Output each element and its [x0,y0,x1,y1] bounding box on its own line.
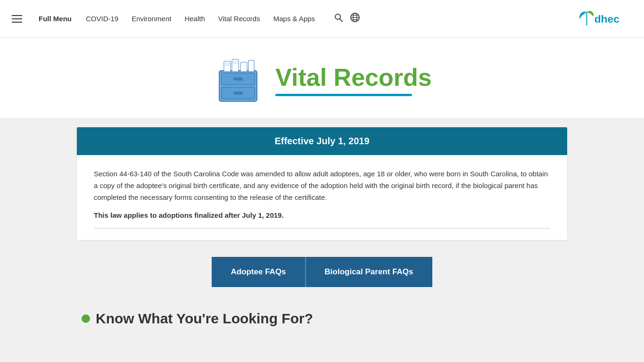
dhec-logo[interactable]: dhec [573,5,635,33]
nav-link-vital-records[interactable]: Vital Records [218,15,260,23]
svg-rect-19 [248,60,254,72]
info-box: Effective July 1, 2019 Section 44-63-140… [77,127,567,240]
content-area: Effective July 1, 2019 Section 44-63-140… [0,118,644,346]
svg-rect-18 [240,62,247,72]
nav-link-covid19[interactable]: COVID-19 [86,15,118,23]
know-dot-icon [82,314,90,323]
main-nav: Full Menu COVID-19 Environment Health Vi… [0,0,644,38]
svg-rect-15 [233,91,243,95]
title-underline [275,94,412,96]
nav-link-health[interactable]: Health [184,15,205,23]
nav-link-environment[interactable]: Environment [132,15,171,23]
hamburger-menu[interactable] [9,13,25,25]
svg-text:dhec: dhec [594,12,619,25]
svg-rect-13 [233,77,243,81]
svg-rect-16 [224,61,231,72]
info-box-bold-text: This law applies to adoptions finalized … [94,210,550,222]
nav-links: COVID-19 Environment Health Vital Record… [86,15,315,23]
search-icon [334,13,343,22]
faq-buttons-container: Adoptee FAQs Biological Parent FAQs [77,257,567,287]
info-box-header: Effective July 1, 2019 [77,127,567,155]
adoptee-faqs-button[interactable]: Adoptee FAQs [212,257,305,287]
biological-parent-faqs-button[interactable]: Biological Parent FAQs [306,257,432,287]
nav-icons [334,12,360,25]
info-box-divider [94,228,550,229]
info-box-text: Section 44-63-140 of the South Carolina … [94,168,550,203]
know-section-title: Know What You're Looking For? [82,311,562,327]
nav-link-maps-apps[interactable]: Maps & Apps [273,15,315,23]
svg-line-1 [340,19,343,22]
svg-rect-17 [232,59,239,72]
globe-icon [350,12,360,23]
search-button[interactable] [334,13,343,25]
svg-point-8 [582,14,584,16]
language-button[interactable] [350,12,360,25]
know-section: Know What You're Looking For? [77,311,567,327]
dhec-logo-svg: dhec [573,5,635,33]
full-menu-link[interactable]: Full Menu [39,15,72,23]
vital-records-icon [212,57,264,104]
hero-text: Vital Records [275,64,431,96]
page-title: Vital Records [275,64,431,91]
info-box-body: Section 44-63-140 of the South Carolina … [77,155,567,240]
hero-section: Vital Records [0,38,644,118]
svg-point-9 [590,13,591,15]
